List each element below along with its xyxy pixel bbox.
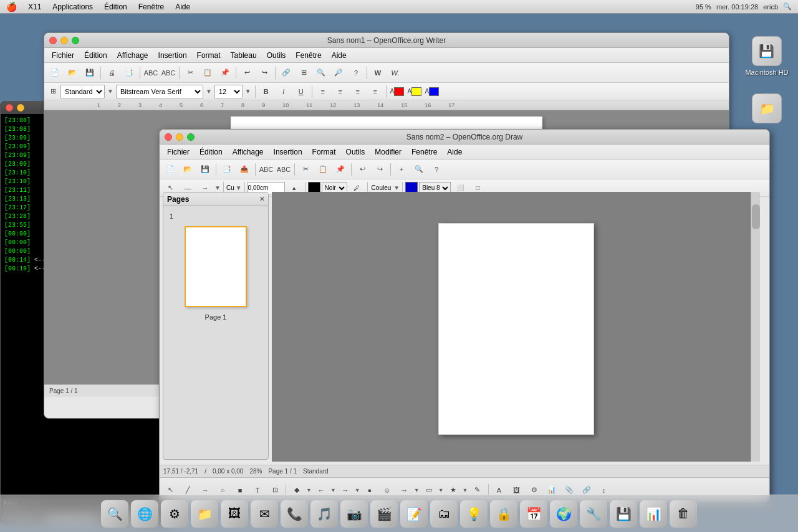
draw-maximize-button[interactable] bbox=[187, 133, 195, 141]
underline-btn[interactable]: U bbox=[293, 83, 309, 100]
cut-btn[interactable]: ✂ bbox=[182, 65, 198, 81]
draw-undo-btn[interactable]: ↩ bbox=[354, 161, 370, 178]
writer-bold-btn[interactable]: W bbox=[370, 65, 386, 81]
draw-menu-edition[interactable]: Édition bbox=[195, 146, 228, 158]
font-size-select[interactable]: 12 bbox=[214, 85, 243, 98]
draw-cut-btn[interactable]: ✂ bbox=[297, 161, 314, 178]
dock-item17[interactable]: 🔧 bbox=[580, 500, 607, 528]
writer-menu-format[interactable]: Format bbox=[192, 50, 226, 61]
dock-item5[interactable]: 🖼 bbox=[221, 500, 248, 528]
draw-help-btn[interactable]: ? bbox=[428, 161, 445, 178]
dock-item2[interactable]: 🌐 bbox=[131, 500, 158, 528]
mac-menu-aide[interactable]: Aide bbox=[170, 1, 195, 12]
mac-menu-x11[interactable]: X11 bbox=[23, 1, 46, 12]
table-btn[interactable]: ⊞ bbox=[296, 65, 312, 81]
redo-btn[interactable]: ↪ bbox=[256, 65, 272, 81]
dock-item9[interactable]: 📷 bbox=[340, 500, 368, 528]
align-right-btn[interactable]: ≡ bbox=[350, 83, 366, 100]
draw-save-btn[interactable]: 💾 bbox=[197, 161, 213, 178]
search-icon[interactable]: 🔍 bbox=[783, 2, 792, 11]
draw-export-btn[interactable]: 📤 bbox=[236, 161, 252, 178]
apple-menu[interactable]: 🍎 bbox=[0, 2, 23, 12]
draw-canvas[interactable] bbox=[272, 192, 760, 462]
terminal-minimize-btn[interactable] bbox=[17, 104, 24, 112]
draw-menu-format[interactable]: Format bbox=[307, 146, 341, 158]
undo-btn[interactable]: ↩ bbox=[239, 65, 255, 81]
print-btn[interactable]: 🖨 bbox=[103, 65, 120, 81]
dock-item4[interactable]: 📁 bbox=[191, 500, 218, 528]
dock-item12[interactable]: 🗂 bbox=[430, 500, 458, 528]
open-btn[interactable]: 📂 bbox=[64, 65, 80, 81]
writer-menu-affichage[interactable]: Affichage bbox=[112, 50, 153, 61]
pages-panel-close-btn[interactable]: ✕ bbox=[259, 196, 264, 202]
terminal-close-btn[interactable] bbox=[6, 104, 13, 112]
dock-item20[interactable]: 🗑 bbox=[670, 500, 697, 528]
align-left-btn[interactable]: ≡ bbox=[315, 83, 331, 100]
dock-item18[interactable]: 💾 bbox=[610, 500, 637, 528]
dock-item3[interactable]: ⚙ bbox=[161, 500, 188, 528]
writer-close-button[interactable] bbox=[49, 37, 57, 44]
writer-maximize-button[interactable] bbox=[72, 37, 79, 44]
spell2-btn[interactable]: ABC bbox=[160, 65, 176, 81]
style-select[interactable]: Standard bbox=[60, 85, 105, 98]
style-drop-btn[interactable]: ⊞ bbox=[47, 83, 59, 100]
dock-item7[interactable]: 📞 bbox=[281, 500, 308, 528]
char-highlight-btn[interactable]: A bbox=[424, 83, 440, 100]
draw-menu-fichier[interactable]: Fichier bbox=[162, 146, 195, 158]
draw-paste-btn[interactable]: 📌 bbox=[332, 161, 349, 178]
bold-btn[interactable]: B bbox=[258, 83, 274, 100]
writer-menu-edition[interactable]: Édition bbox=[79, 50, 112, 61]
draw-new-btn[interactable]: 📄 bbox=[162, 161, 178, 178]
draw-open-btn[interactable]: 📂 bbox=[180, 161, 196, 178]
dock-item16[interactable]: 🌍 bbox=[550, 500, 577, 528]
italic-btn[interactable]: I bbox=[276, 83, 292, 100]
draw-menu-aide[interactable]: Aide bbox=[442, 146, 467, 158]
writer-menu-outils[interactable]: Outils bbox=[262, 50, 291, 61]
help-btn[interactable]: ? bbox=[348, 65, 364, 81]
find-btn[interactable]: 🔍 bbox=[313, 65, 329, 81]
dock-item14[interactable]: 🔒 bbox=[490, 500, 517, 528]
draw-minimize-button[interactable] bbox=[176, 133, 183, 141]
draw-insert-btn[interactable]: + bbox=[393, 161, 410, 178]
font-select[interactable]: Bitstream Vera Serif bbox=[116, 85, 203, 98]
dock-item13[interactable]: 💡 bbox=[460, 500, 488, 528]
draw-copy-btn[interactable]: 📋 bbox=[315, 161, 331, 178]
spell-btn[interactable]: ABC bbox=[143, 65, 159, 81]
page-thumbnail[interactable] bbox=[185, 226, 247, 307]
draw-redo-btn[interactable]: ↪ bbox=[372, 161, 388, 178]
hyperlink-btn[interactable]: 🔗 bbox=[278, 65, 294, 81]
writer-menu-fenetre[interactable]: Fenêtre bbox=[291, 50, 326, 61]
highlight-btn[interactable]: A bbox=[406, 83, 423, 100]
draw-spell2-btn[interactable]: ABC bbox=[276, 161, 292, 178]
writer-menu-insertion[interactable]: Insertion bbox=[153, 50, 192, 61]
save-btn[interactable]: 💾 bbox=[82, 65, 98, 81]
align-center-btn[interactable]: ≡ bbox=[332, 83, 349, 100]
font-color-btn[interactable]: A bbox=[389, 83, 405, 100]
dock-item6[interactable]: ✉ bbox=[251, 500, 278, 528]
writer-menu-tableau[interactable]: Tableau bbox=[226, 50, 262, 61]
draw-menu-modifier[interactable]: Modifier bbox=[370, 146, 406, 158]
draw-menu-outils[interactable]: Outils bbox=[341, 146, 370, 158]
draw-close-button[interactable] bbox=[165, 133, 172, 141]
draw-pdf-btn[interactable]: 📑 bbox=[219, 161, 235, 178]
dock-finder[interactable]: 🔍 bbox=[101, 500, 128, 528]
dock-item10[interactable]: 🎬 bbox=[370, 500, 398, 528]
zoom-btn[interactable]: 🔎 bbox=[330, 65, 347, 81]
draw-menu-insertion[interactable]: Insertion bbox=[269, 146, 307, 158]
folder-icon[interactable]: 📁 bbox=[749, 91, 784, 128]
draw-zoom-btn[interactable]: 🔍 bbox=[411, 161, 427, 178]
copy-btn[interactable]: 📋 bbox=[200, 65, 216, 81]
new-btn[interactable]: 📄 bbox=[47, 65, 63, 81]
pdf-btn[interactable]: 📑 bbox=[121, 65, 137, 81]
draw-menu-fenetre[interactable]: Fenêtre bbox=[406, 146, 442, 158]
writer-minimize-button[interactable] bbox=[60, 37, 68, 44]
writer-menu-aide[interactable]: Aide bbox=[327, 50, 352, 61]
writer-menu-fichier[interactable]: Fichier bbox=[47, 50, 79, 61]
dock-item11[interactable]: 📝 bbox=[400, 500, 428, 528]
draw-spell-btn[interactable]: ABC bbox=[258, 161, 274, 178]
mac-menu-edition[interactable]: Édition bbox=[99, 1, 132, 12]
align-justify-btn[interactable]: ≡ bbox=[367, 83, 383, 100]
dock-item19[interactable]: 📊 bbox=[640, 500, 667, 528]
mac-menu-fenetre[interactable]: Fenêtre bbox=[133, 1, 169, 12]
dock-item8[interactable]: 🎵 bbox=[310, 500, 338, 528]
